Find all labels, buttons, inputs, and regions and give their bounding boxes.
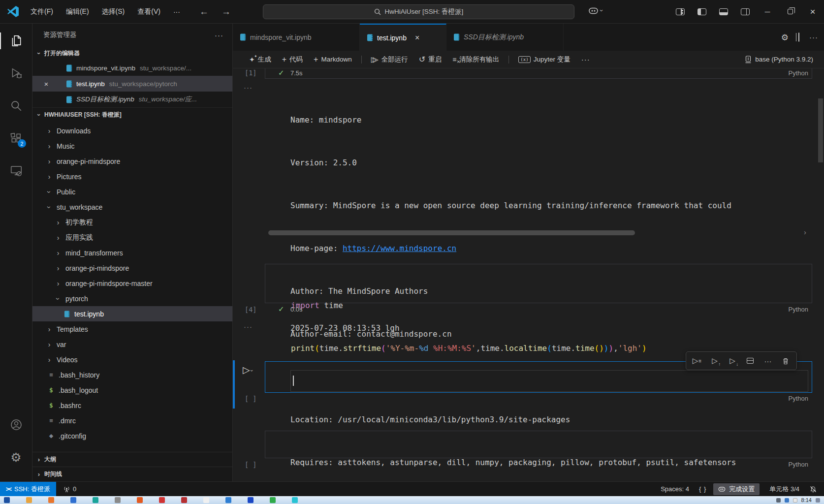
output-horizontal-scrollbar[interactable] — [268, 230, 635, 235]
tree-item-bashrc[interactable]: $.bashrc — [32, 398, 232, 413]
tray-icon[interactable] — [793, 498, 797, 503]
remote-indicator[interactable]: >< SSH: 香橙派 — [0, 482, 56, 496]
tray-icon[interactable] — [816, 498, 820, 503]
remote-explorer-icon[interactable] — [0, 158, 32, 183]
command-center-search[interactable]: HwHiAiUser [SSH: 香橙派] — [263, 4, 574, 19]
cell-more-actions-icon[interactable]: ··· — [760, 354, 776, 368]
tree-item-pictures[interactable]: ›Pictures — [32, 169, 232, 184]
tree-item-stu-workspace[interactable]: ›stu_workspace — [32, 199, 232, 215]
tree-item-chuxuejiaocheng[interactable]: ›初学教程 — [32, 215, 232, 230]
open-editor-item-active[interactable]: × test.ipynb stu_workspace/pytorch — [32, 76, 232, 92]
menu-view[interactable]: 查看(V) — [131, 5, 167, 19]
tree-item-music[interactable]: ›Music — [32, 138, 232, 154]
finish-setup-button[interactable]: 完成设置 — [713, 483, 760, 495]
section-outline[interactable]: › 大纲 — [32, 452, 232, 467]
execute-cell-and-below-icon[interactable]: ▷↓ — [725, 354, 740, 368]
language-braces-icon[interactable]: { } — [699, 485, 706, 493]
tree-item-bash-logout[interactable]: $.bash_logout — [32, 382, 232, 398]
jupyter-variables-button[interactable]: (x)Jupyter 变量 — [514, 53, 574, 66]
tab-test-ipynb[interactable]: test.ipynb × — [360, 24, 446, 51]
tree-item-gitconfig[interactable]: ◆.gitconfig — [32, 428, 232, 443]
sidebar-more-actions[interactable]: ··· — [215, 31, 223, 39]
close-icon[interactable]: × — [42, 80, 50, 88]
cell-2-output-collapse[interactable]: ··· — [244, 322, 253, 331]
minimize-button[interactable]: ─ — [756, 0, 779, 23]
tree-item-yingyongshijian[interactable]: ›应用实践 — [32, 230, 232, 245]
search-icon[interactable] — [0, 94, 32, 118]
open-editor-item[interactable]: mindspore_vit.ipynb stu_workspace/... — [32, 60, 232, 76]
toggle-panel-button[interactable] — [713, 0, 734, 23]
section-timeline[interactable]: › 时间线 — [32, 467, 232, 481]
run-all-button[interactable]: ▷▷全部运行 — [367, 53, 412, 66]
split-editor-icon[interactable] — [798, 33, 799, 42]
tree-item-downloads[interactable]: ›Downloads — [32, 123, 232, 138]
run-debug-icon[interactable] — [0, 61, 32, 86]
tree-item-dmrc[interactable]: ≡.dmrc — [32, 413, 232, 428]
tree-item-orange-pi-mindspore-master[interactable]: ›orange-pi-mindspore-master — [32, 276, 232, 291]
ports-indicator[interactable]: 0 — [60, 485, 79, 493]
toggle-primary-sidebar-button[interactable] — [691, 0, 713, 23]
notifications-bell-icon[interactable] — [809, 485, 817, 493]
cell-position-indicator[interactable]: 单元格 3/4 — [766, 485, 802, 494]
settings-gear-icon[interactable]: ⚙ — [0, 445, 32, 470]
explorer-icon[interactable] — [0, 29, 32, 53]
close-tab-icon[interactable]: × — [415, 33, 419, 42]
section-workspace-root[interactable]: › HWHIAIUSER [SSH: 香橙派] — [32, 107, 232, 122]
tray-icon[interactable] — [785, 498, 789, 503]
extensions-icon[interactable]: 2 — [0, 126, 32, 151]
cell-2-code-box[interactable]: import time print(time.strftime('%Y-%m-%… — [265, 264, 812, 303]
run-by-line-icon[interactable]: ▷≡ — [689, 354, 705, 368]
copilot-menu[interactable]: › — [589, 7, 602, 14]
indentation-indicator[interactable]: Spaces: 4 — [658, 485, 692, 493]
cell-2-language[interactable]: Python — [789, 306, 808, 313]
tree-item-pytorch[interactable]: ›pytorch — [32, 291, 232, 306]
section-open-editors[interactable]: › 打开的编辑器 — [32, 46, 232, 60]
add-code-cell-button[interactable]: +代码 — [278, 53, 307, 66]
scroll-right-icon[interactable]: › — [804, 228, 806, 236]
windows-taskbar[interactable]: 8:14 — [0, 496, 824, 504]
restart-kernel-button[interactable]: ↺重启 — [414, 53, 446, 66]
restore-button[interactable] — [779, 0, 801, 23]
nav-back-icon[interactable]: ← — [199, 6, 209, 17]
tray-icon[interactable] — [776, 498, 781, 503]
tree-item-test-ipynb[interactable]: test.ipynb — [32, 306, 232, 321]
taskbar-app-icons[interactable] — [4, 497, 314, 503]
tab-ssd-detection[interactable]: SSD目标检测.ipynb — [446, 24, 564, 51]
notebook-settings-gear-icon[interactable]: ⚙ — [781, 32, 789, 42]
tab-mindspore-vit[interactable]: mindspore_vit.ipynb — [233, 24, 360, 51]
menu-selection[interactable]: 选择(S) — [95, 5, 131, 19]
generate-button[interactable]: ✦生成 — [245, 53, 276, 66]
toggle-secondary-sidebar-button[interactable] — [734, 0, 756, 23]
close-button[interactable]: × — [801, 0, 824, 23]
tree-item-mind-transformers[interactable]: ›mind_transformers — [32, 245, 232, 260]
cell-4-code-box[interactable] — [265, 431, 812, 458]
add-markdown-cell-button[interactable]: +Markdown — [309, 53, 356, 66]
run-cell-button[interactable]: ▷› — [243, 364, 253, 376]
open-editor-item[interactable]: SSD目标检测.ipynb stu_workspace/应... — [32, 92, 232, 107]
kernel-picker[interactable]: base (Python 3.9.2) — [745, 56, 824, 63]
cell-4-language[interactable]: Python — [789, 461, 808, 468]
clear-outputs-button[interactable]: ≡清除所有输出 — [448, 53, 504, 66]
editor-more-actions-icon[interactable]: ··· — [809, 33, 818, 41]
taskbar-clock[interactable]: 8:14 — [801, 498, 812, 503]
cell-1-language[interactable]: Python — [789, 69, 808, 77]
cell-1-output-collapse[interactable]: ··· — [244, 83, 253, 92]
tree-item-bash-history[interactable]: ≡.bash_history — [32, 367, 232, 382]
menu-edit[interactable]: 编辑(E) — [60, 5, 95, 19]
cell-3-language[interactable]: Python — [789, 395, 808, 402]
delete-cell-icon[interactable] — [778, 354, 793, 368]
nav-forward-icon[interactable]: → — [222, 6, 231, 17]
toolbar-more-actions[interactable]: ··· — [577, 53, 595, 65]
cell-3-editor-input[interactable] — [290, 370, 808, 392]
customize-layout-button[interactable] — [669, 0, 691, 23]
tree-item-var[interactable]: ›var — [32, 337, 232, 352]
mindspore-homepage-link[interactable]: https://www.mindspore.cn — [343, 244, 456, 253]
accounts-icon[interactable] — [0, 412, 32, 437]
tree-item-orange-pi-mindspore[interactable]: ›orange-pi-mindspore — [32, 154, 232, 169]
menu-file[interactable]: 文件(F) — [24, 5, 60, 19]
tree-item-templates[interactable]: ›Templates — [32, 321, 232, 337]
tree-item-videos[interactable]: ›Videos — [32, 352, 232, 367]
tree-item-public[interactable]: ›Public — [32, 184, 232, 199]
editor-vertical-scrollbar[interactable] — [818, 98, 823, 162]
menu-more[interactable]: ··· — [167, 5, 187, 18]
